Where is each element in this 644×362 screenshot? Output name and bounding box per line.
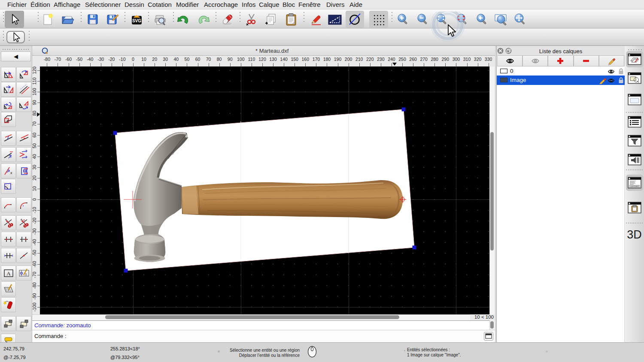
svg-text:A: A [6,270,11,277]
svg-text:.1: .1 [24,272,27,276]
svg-text:x: x [10,171,12,175]
svg-text:SVG: SVG [132,18,141,23]
svg-text:command: command [630,185,639,187]
